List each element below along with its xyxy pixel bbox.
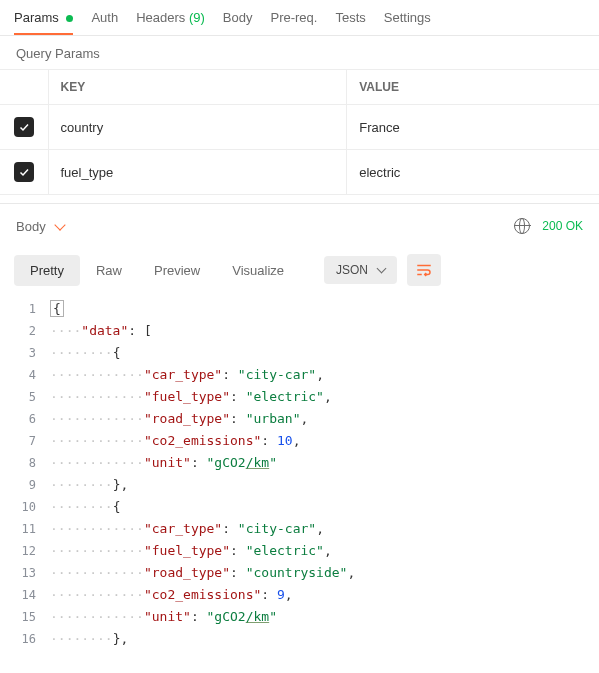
table-row: fuel_type electric xyxy=(0,150,599,195)
row-checkbox[interactable] xyxy=(14,117,34,137)
tab-headers[interactable]: Headers (9) xyxy=(136,10,205,35)
row-checkbox[interactable] xyxy=(14,162,34,182)
response-bar: Body 200 OK xyxy=(0,203,599,246)
tab-settings[interactable]: Settings xyxy=(384,10,431,35)
wrap-lines-button[interactable] xyxy=(407,254,441,286)
request-tabs: Params Auth Headers (9) Body Pre-req. Te… xyxy=(0,0,599,36)
response-status: 200 OK xyxy=(542,219,583,233)
tab-prereq[interactable]: Pre-req. xyxy=(270,10,317,35)
tab-tests[interactable]: Tests xyxy=(335,10,365,35)
format-select[interactable]: JSON xyxy=(324,256,397,284)
response-body-label: Body xyxy=(16,219,46,234)
params-table: KEY VALUE country France fuel_type elect… xyxy=(0,69,599,195)
table-row: country France xyxy=(0,105,599,150)
check-icon xyxy=(18,166,30,178)
query-params-title: Query Params xyxy=(0,36,599,69)
param-key[interactable]: country xyxy=(48,105,347,150)
checkbox-col-header xyxy=(0,70,48,105)
response-code[interactable]: 1{2····"data": [3········{4············"… xyxy=(0,294,599,660)
chevron-down-icon xyxy=(54,219,65,230)
view-visualize[interactable]: Visualize xyxy=(216,255,300,286)
view-raw[interactable]: Raw xyxy=(80,255,138,286)
wrap-icon xyxy=(415,261,433,279)
tab-headers-count: (9) xyxy=(189,10,205,25)
view-preview[interactable]: Preview xyxy=(138,255,216,286)
param-value[interactable]: France xyxy=(347,105,599,150)
tab-body[interactable]: Body xyxy=(223,10,253,35)
value-col-header: VALUE xyxy=(347,70,599,105)
tab-headers-label: Headers xyxy=(136,10,185,25)
param-key[interactable]: fuel_type xyxy=(48,150,347,195)
param-value[interactable]: electric xyxy=(347,150,599,195)
unsaved-dot-icon xyxy=(66,15,73,22)
tab-auth[interactable]: Auth xyxy=(91,10,118,35)
chevron-down-icon xyxy=(377,264,387,274)
response-body-selector[interactable]: Body xyxy=(16,219,64,234)
key-col-header: KEY xyxy=(48,70,347,105)
format-label: JSON xyxy=(336,263,368,277)
tab-params-label: Params xyxy=(14,10,59,25)
globe-icon[interactable] xyxy=(514,218,530,234)
check-icon xyxy=(18,121,30,133)
response-view-tabs: Pretty Raw Preview Visualize JSON xyxy=(0,246,599,294)
tab-params[interactable]: Params xyxy=(14,10,73,35)
view-pretty[interactable]: Pretty xyxy=(14,255,80,286)
